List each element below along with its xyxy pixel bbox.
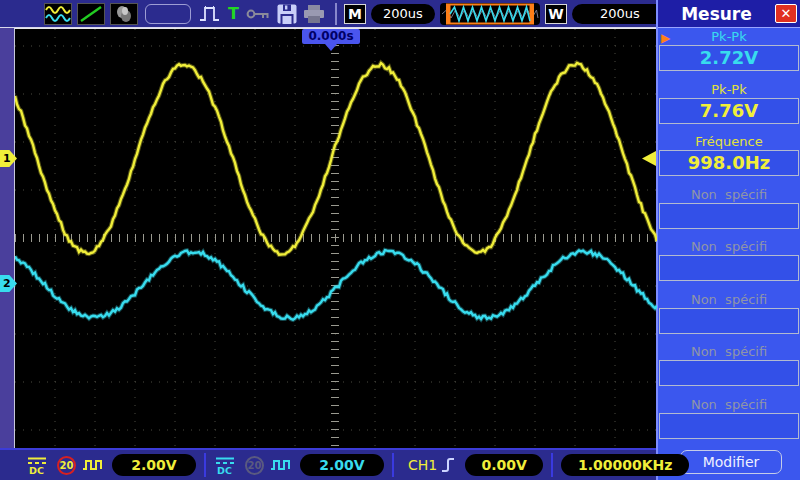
measurement-value <box>659 255 799 281</box>
trigger-position-icon <box>325 44 337 51</box>
acquisition-preview <box>440 3 540 25</box>
sidebar-title: Mesure <box>658 4 775 24</box>
waveform-svg <box>15 29 657 449</box>
measurement-item[interactable]: Non spécifi <box>658 396 800 449</box>
ch1-bandwidth-badge: 20 <box>57 456 76 475</box>
ch1-dc-coupling-icon: DC <box>26 456 48 475</box>
modify-button[interactable]: Modifier <box>680 450 782 474</box>
measurement-value <box>659 360 799 386</box>
measure-sidebar: Mesure ✕ ▶ Pk-Pk 2.72V Pk-Pk 7.76V Fréqu… <box>656 0 800 480</box>
statusbar-divider <box>204 453 206 477</box>
ch1-squarewave-icon <box>81 457 103 473</box>
waveform-display: CH2 position verticale-880mdiv(-1.76V) <box>14 28 656 448</box>
rising-edge-icon <box>440 454 456 476</box>
selected-arrow-icon: ▶ <box>661 31 670 45</box>
measurement-label: Pk-Pk <box>658 82 800 98</box>
window-timebase-value: 200us <box>572 4 668 24</box>
statusbar-divider <box>392 453 394 477</box>
measurement-label: Non spécifi <box>658 344 800 360</box>
measurement-label: Non spécifi <box>658 292 800 308</box>
left-strip <box>0 28 14 448</box>
measurement-item[interactable]: Pk-Pk 7.76V <box>658 81 800 134</box>
measurement-label: Non spécifi <box>658 239 800 255</box>
ch2-bandwidth-badge: 20 <box>245 456 264 475</box>
measurement-value: 998.0Hz <box>659 150 799 176</box>
main-timebase-icon: M <box>344 4 366 24</box>
toolbar-divider <box>335 3 337 25</box>
sidebar-header: Mesure ✕ <box>658 0 800 28</box>
window-timebase-icon: W <box>545 4 567 24</box>
trigger-source-label: CH1 <box>408 457 437 473</box>
svg-text:DC: DC <box>217 464 232 475</box>
measurement-value: 7.76V <box>659 98 799 124</box>
save-icon[interactable] <box>276 3 298 25</box>
trigger-time-tag[interactable]: 0.000s <box>302 29 360 44</box>
statusbar-divider <box>551 453 553 477</box>
trigger-level-value: 0.00V <box>465 454 543 476</box>
print-icon[interactable] <box>302 4 326 24</box>
counter-frequency-value: 1.00000KHz <box>561 454 689 476</box>
empty-indicator-slot <box>145 4 191 24</box>
measurement-item[interactable]: Non spécifi <box>658 238 800 291</box>
line-display-icon <box>77 3 105 25</box>
ch2-squarewave-icon <box>269 457 291 473</box>
measurement-item[interactable]: Non spécifi <box>658 291 800 344</box>
measurement-label: Non spécifi <box>658 187 800 203</box>
key-lock-icon <box>246 7 272 21</box>
pulse-trigger-icon <box>198 3 222 25</box>
measurement-value <box>659 308 799 334</box>
measurement-item[interactable]: ▶ Pk-Pk 2.72V <box>658 28 800 81</box>
measurement-label: Fréquence <box>658 134 800 150</box>
measurement-label: Pk-Pk <box>658 29 800 45</box>
channels-waveform-icon <box>44 3 72 25</box>
measurement-value: 2.72V <box>659 45 799 71</box>
trace-ch1 <box>15 63 657 255</box>
persistence-noise-icon <box>110 3 138 25</box>
main-timebase-value: 200us <box>371 4 435 24</box>
svg-text:DC: DC <box>29 464 44 475</box>
measurement-value <box>659 203 799 229</box>
measurement-value <box>659 413 799 439</box>
ch2-scale-value: 2.00V <box>300 454 384 476</box>
measurement-item[interactable]: Non spécifi <box>658 343 800 396</box>
status-bar: DC 20 2.00V DC 20 2.00V CH1 0.00V 1.0 <box>0 448 656 480</box>
trigger-status-icon: T <box>228 4 239 23</box>
top-toolbar: T M 200us W 200us <box>0 0 656 28</box>
ch1-scale-value: 2.00V <box>112 454 196 476</box>
measurement-item[interactable]: Non spécifi <box>658 186 800 239</box>
measurement-label: Non spécifi <box>658 397 800 413</box>
measurement-item[interactable]: Fréquence 998.0Hz <box>658 133 800 186</box>
ch2-dc-coupling-icon: DC <box>214 456 236 475</box>
close-icon[interactable]: ✕ <box>775 4 797 23</box>
